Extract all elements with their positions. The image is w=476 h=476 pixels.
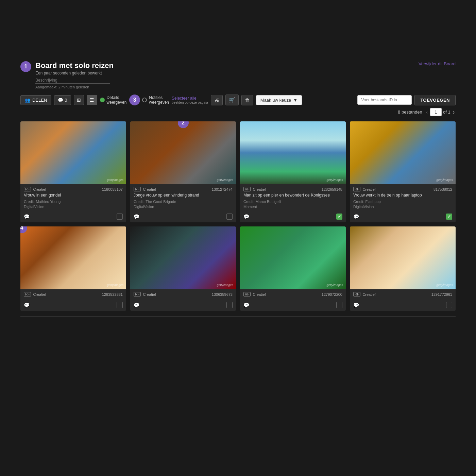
card-title: Man zit op een pier en bewondert de Koni…: [243, 193, 342, 198]
card-comment-button[interactable]: 💬: [24, 302, 30, 308]
card-actions: 💬: [20, 211, 126, 222]
card-rf-label: RF Creatief: [243, 187, 266, 191]
toolbar-row2: 8 bestanden ‹ of 1 ›: [20, 108, 456, 116]
card-id: 1283522881: [102, 292, 123, 296]
toolbar-row1-left: 👥 DELEN 💬 0 ⊞ ☰ Detailsweergeven: [20, 95, 302, 105]
card-image-wrap: gettyimages: [350, 121, 456, 184]
list-view-button[interactable]: ☰: [87, 95, 97, 105]
comments-button[interactable]: 💬 0: [54, 95, 71, 105]
card-image-wrap: gettyimages: [350, 226, 456, 289]
rf-badge: RF: [134, 187, 141, 191]
card-credit: Credit: Marco BottigelliMoment: [243, 199, 342, 210]
image-card[interactable]: gettyimages RF Creatief 1180055107 Vrouw…: [20, 121, 126, 222]
card-comment-button[interactable]: 💬: [134, 302, 139, 308]
card-meta-row: RF Creatief 1283522881: [24, 292, 123, 296]
watermark: gettyimages: [326, 283, 343, 287]
card-image-wrap: gettyimages: [130, 121, 236, 184]
card-meta-row: RF Creatief 1282659148: [243, 187, 342, 191]
card-actions: 💬: [130, 211, 236, 222]
card-rf-label: RF Creatief: [134, 292, 156, 296]
image-card[interactable]: gettyimages RF Creatief 1291772961 💬: [350, 226, 456, 311]
card-id: 1279072200: [322, 292, 342, 296]
pagination-input[interactable]: [430, 108, 442, 116]
share-button[interactable]: 👥 DELEN: [20, 95, 51, 105]
people-icon: 👥: [25, 98, 30, 103]
card-comment-button[interactable]: 💬: [353, 302, 359, 308]
last-edited: Een paar seconden geleden bewerkt: [35, 71, 114, 75]
notes-radio: [142, 98, 147, 102]
notes-toggle[interactable]: Notitiesweergeven: [142, 95, 169, 105]
select-all-link[interactable]: Selecteer alle: [172, 96, 208, 101]
card-comment-button[interactable]: 💬: [243, 214, 249, 219]
watermark: gettyimages: [436, 283, 453, 287]
action-dropdown[interactable]: Maak uw keuze ▼: [256, 95, 302, 105]
card-image: [20, 226, 126, 289]
card-actions: 💬: [20, 300, 126, 311]
image-card[interactable]: gettyimages RF Creatief 1279072200 💬: [240, 226, 346, 311]
card-image-wrap: gettyimages: [240, 226, 346, 289]
card-select-button[interactable]: [117, 302, 123, 308]
rf-badge: RF: [243, 292, 251, 296]
watermark: gettyimages: [107, 178, 123, 182]
card-select-button[interactable]: [446, 214, 452, 220]
cart-button[interactable]: 🛒: [225, 95, 239, 105]
details-toggle[interactable]: Detailsweergeven: [100, 95, 127, 105]
card-meta-row: RF Creatief 1306359673: [134, 292, 233, 296]
file-id-input[interactable]: [357, 95, 412, 105]
card-select-button[interactable]: [226, 214, 233, 220]
rf-badge: RF: [24, 292, 31, 296]
title-area: 1 Board met solo reizen Een paar seconde…: [20, 61, 114, 89]
card-id: 817538012: [434, 187, 452, 191]
pagination-prev[interactable]: ‹: [425, 109, 429, 115]
card-meta-row: RF Creatief 1301272474: [134, 187, 233, 191]
card-image: [20, 121, 126, 184]
card-image-wrap: gettyimages: [240, 121, 346, 184]
card-image-wrap: gettyimages: [20, 226, 126, 289]
card-meta-row: RF Creatief 1180055107: [24, 187, 123, 191]
card-comment-button[interactable]: 💬: [134, 214, 139, 219]
card-comment-button[interactable]: 💬: [353, 214, 359, 219]
description-input[interactable]: [35, 77, 110, 84]
board-title: Board met solo reizen: [35, 61, 114, 70]
card-image: [130, 226, 236, 289]
delete-board-link[interactable]: Verwijder dit Board: [419, 61, 456, 66]
card-id: 1291772961: [431, 292, 452, 296]
bottom-divider: [20, 316, 456, 317]
card-select-button[interactable]: [226, 302, 233, 308]
card-comment-button[interactable]: 💬: [243, 302, 249, 308]
card-actions: 💬: [350, 211, 456, 222]
board-title-section: Board met solo reizen Een paar seconden …: [35, 61, 114, 89]
card-select-button[interactable]: [446, 302, 452, 308]
image-card[interactable]: 2 gettyimages RF Creatief 1301272474 Jon…: [130, 121, 236, 222]
card-select-button[interactable]: [336, 214, 342, 220]
add-button[interactable]: TOEVOEGEN: [414, 95, 456, 105]
card-info: RF Creatief 1301272474 Jonge vrouw op ee…: [130, 184, 236, 211]
pagination-next[interactable]: ›: [452, 109, 456, 115]
watermark: gettyimages: [107, 283, 123, 287]
card-image: [130, 121, 236, 184]
card-rf-label: RF Creatief: [353, 292, 376, 296]
comments-count: 0: [65, 98, 67, 103]
grid-view-button[interactable]: ⊞: [74, 95, 84, 105]
image-card[interactable]: gettyimages RF Creatief 1306359673 💬: [130, 226, 236, 311]
card-comment-button[interactable]: 💬: [24, 214, 30, 219]
image-card[interactable]: gettyimages RF Creatief 817538012 Vrouw …: [350, 121, 456, 222]
print-button[interactable]: 🖨: [211, 95, 223, 105]
card-select-button[interactable]: [117, 214, 123, 220]
card-image: [350, 226, 456, 289]
card-image: [240, 226, 346, 289]
card-credit: Credit: FlashpopDigitalVision: [353, 199, 452, 210]
share-label: DELEN: [32, 98, 47, 103]
card-image: [350, 121, 456, 184]
created-label: Aangemaakt: 2 minuten geleden: [35, 85, 114, 89]
card-meta-row: RF Creatief 1279072200: [243, 292, 342, 296]
top-header-area: 1 Board met solo reizen Een paar seconde…: [20, 61, 456, 89]
card-select-button[interactable]: [336, 302, 342, 308]
image-card[interactable]: gettyimages RF Creatief 1282659148 Man z…: [240, 121, 346, 222]
image-card[interactable]: 4 gettyimages RF Creatief 1283522881 💬: [20, 226, 126, 311]
card-rf-label: RF Creatief: [24, 187, 46, 191]
card-rf-label: RF Creatief: [353, 187, 376, 191]
card-id: 1301272474: [212, 187, 233, 191]
delete-button[interactable]: 🗑: [241, 95, 253, 105]
pagination: ‹ of 1 ›: [425, 108, 456, 116]
